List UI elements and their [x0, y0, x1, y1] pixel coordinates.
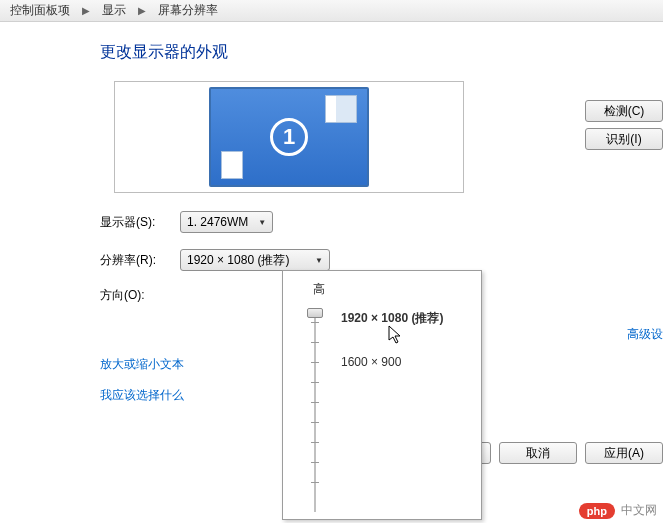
monitor-label: 显示器(S): [100, 214, 180, 231]
watermark-text: 中文网 [621, 502, 657, 519]
apply-button[interactable]: 应用(A) [585, 442, 663, 464]
detect-button[interactable]: 检测(C) [585, 100, 663, 122]
monitor-select-value: 1. 2476WM [187, 215, 248, 229]
watermark-badge: php [579, 503, 615, 519]
chevron-down-icon: ▼ [258, 218, 266, 227]
identify-button[interactable]: 识别(I) [585, 128, 663, 150]
orientation-label: 方向(O): [100, 287, 180, 304]
monitor-select[interactable]: 1. 2476WM ▼ [180, 211, 273, 233]
monitor-number: 1 [270, 118, 308, 156]
breadcrumb: 控制面板项 ▶ 显示 ▶ 屏幕分辨率 [0, 0, 663, 22]
cancel-button[interactable]: 取消 [499, 442, 577, 464]
resolution-dropdown-panel: 高 1920 × 1080 (推荐) 1600 × 900 [282, 270, 482, 520]
resolution-label: 分辨率(R): [100, 252, 180, 269]
window-icon [221, 151, 243, 179]
slider-thumb[interactable] [307, 308, 323, 318]
breadcrumb-item[interactable]: 显示 [96, 2, 132, 19]
slider-high-label: 高 [313, 281, 469, 298]
chevron-right-icon: ▶ [132, 5, 152, 16]
breadcrumb-item[interactable]: 屏幕分辨率 [152, 2, 224, 19]
monitor-preview-area[interactable]: 1 [114, 81, 464, 193]
resolution-select[interactable]: 1920 × 1080 (推荐) ▼ [180, 249, 330, 271]
page-title: 更改显示器的外观 [100, 42, 663, 63]
breadcrumb-item[interactable]: 控制面板项 [4, 2, 76, 19]
cursor-icon [388, 325, 404, 348]
chevron-down-icon: ▼ [315, 256, 323, 265]
watermark: php 中文网 [579, 502, 657, 519]
resolution-slider[interactable] [305, 302, 325, 512]
window-icon [325, 95, 357, 123]
chevron-right-icon: ▶ [76, 5, 96, 16]
monitor-display[interactable]: 1 [209, 87, 369, 187]
resolution-select-value: 1920 × 1080 (推荐) [187, 252, 289, 269]
advanced-settings-link[interactable]: 高级设 [627, 326, 663, 343]
resolution-option[interactable]: 1600 × 900 [341, 353, 443, 371]
